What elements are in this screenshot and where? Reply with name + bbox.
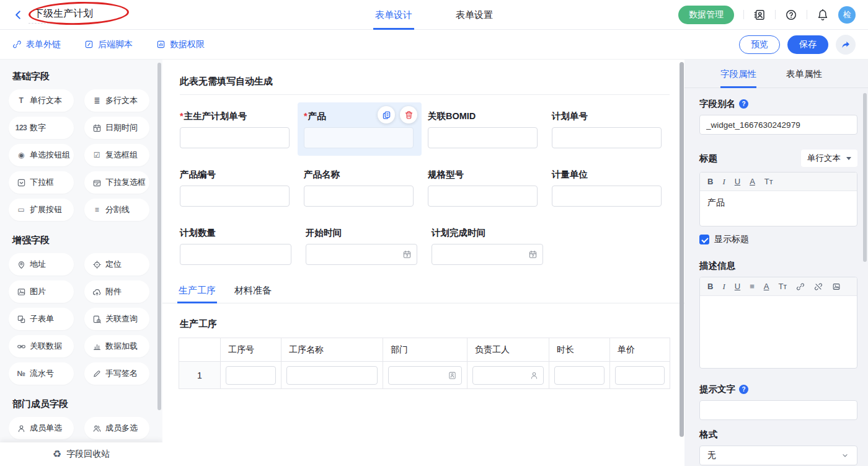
canvas-field[interactable]: 产品名称 bbox=[298, 161, 422, 214]
field-label: *主生产计划单号 bbox=[180, 110, 290, 122]
canvas-tab-material-preparation[interactable]: 材料准备 bbox=[234, 285, 272, 303]
field-item-extend-button[interactable]: ▭扩展按钮 bbox=[9, 199, 74, 221]
field-item-divider[interactable]: ≡分割线 bbox=[84, 199, 149, 221]
subtable-input[interactable] bbox=[226, 366, 276, 385]
field-input[interactable] bbox=[180, 127, 290, 148]
subtable-input[interactable] bbox=[554, 366, 604, 385]
toolbar-bold-button[interactable]: B bbox=[707, 177, 713, 186]
page-title[interactable]: 下级生产计划 bbox=[29, 6, 98, 24]
title-editor-content[interactable]: 产品 bbox=[700, 191, 857, 226]
field-item-checkbox[interactable]: ☑复选框组 bbox=[84, 144, 149, 166]
toolbar-font-size-button[interactable]: Tт bbox=[764, 177, 773, 186]
help-icon[interactable]: ? bbox=[739, 385, 748, 394]
toolbar-link-data-permission[interactable]: 数据权限 bbox=[156, 39, 205, 50]
help-button[interactable] bbox=[785, 9, 797, 21]
toolbar-font-color-button[interactable]: A bbox=[764, 282, 769, 291]
subtable-input[interactable] bbox=[615, 366, 665, 385]
canvas-scrollbar[interactable] bbox=[680, 62, 684, 437]
save-button[interactable]: 保存 bbox=[787, 35, 828, 54]
properties-tab-field-properties[interactable]: 字段属性 bbox=[720, 68, 756, 87]
notification-button[interactable] bbox=[817, 9, 829, 21]
field-input[interactable] bbox=[304, 186, 414, 207]
sidebar-scrollbar[interactable] bbox=[157, 63, 161, 410]
toolbar-font-size-button[interactable]: Tт bbox=[778, 282, 787, 291]
toolbar-italic-button[interactable]: I bbox=[722, 177, 725, 187]
toolbar-italic-button[interactable]: I bbox=[722, 282, 725, 292]
canvas-field[interactable]: 关联BOMID bbox=[422, 102, 546, 156]
caret-down-icon bbox=[846, 157, 851, 160]
show-title-checkbox[interactable] bbox=[699, 235, 709, 244]
field-input[interactable] bbox=[432, 244, 543, 265]
canvas-tab-production-process[interactable]: 生产工序 bbox=[179, 285, 216, 303]
field-item-number[interactable]: 123数字 bbox=[9, 117, 74, 139]
field-item-data-load[interactable]: 数据加载 bbox=[84, 335, 149, 357]
canvas-field[interactable]: 计划数量 bbox=[174, 219, 299, 272]
field-item-serial-number[interactable]: №流水号 bbox=[9, 362, 74, 385]
field-item-location[interactable]: 定位 bbox=[84, 253, 149, 276]
subbar-links: 表单外链后端脚本数据权限 bbox=[12, 39, 228, 50]
field-item-image[interactable]: 图片 bbox=[9, 280, 74, 303]
field-input[interactable] bbox=[304, 127, 414, 148]
delete-button[interactable] bbox=[400, 106, 417, 123]
toolbar-link-form-external-link[interactable]: 表单外链 bbox=[12, 39, 61, 50]
subtable-input[interactable] bbox=[286, 366, 378, 385]
field-item-calendar[interactable]: 日期时间 bbox=[84, 117, 149, 139]
description-editor-content[interactable] bbox=[700, 296, 857, 368]
canvas-field[interactable]: 规格型号 bbox=[422, 161, 546, 214]
field-alias-input[interactable] bbox=[699, 115, 857, 135]
header-tab-form-design[interactable]: 表单设计 bbox=[375, 0, 412, 30]
field-input[interactable] bbox=[552, 186, 662, 207]
field-item-multi-line-text[interactable]: ≣多行文本 bbox=[84, 89, 149, 112]
toolbar-unlink-button[interactable] bbox=[814, 282, 823, 291]
field-item-subform[interactable]: 子表单 bbox=[9, 308, 74, 330]
toolbar-link-button[interactable] bbox=[796, 282, 805, 291]
canvas-field[interactable]: *主生产计划单号 bbox=[174, 102, 298, 156]
canvas-field[interactable]: 计划完成时间 bbox=[425, 219, 551, 272]
field-item-single-line-text[interactable]: T单行文本 bbox=[9, 89, 74, 112]
preview-button[interactable]: 预览 bbox=[739, 35, 780, 54]
hint-input[interactable] bbox=[699, 400, 857, 420]
canvas-field[interactable]: 产品编号 bbox=[174, 161, 298, 214]
field-input[interactable] bbox=[552, 127, 662, 148]
field-item-member-multi[interactable]: 成员多选 bbox=[84, 417, 149, 439]
contacts-button[interactable] bbox=[753, 9, 766, 21]
properties-scrollbar[interactable] bbox=[863, 93, 867, 262]
field-input[interactable] bbox=[428, 127, 538, 148]
field-item-radio[interactable]: ◉单选按钮组 bbox=[9, 144, 74, 166]
canvas-field[interactable]: 计量单位 bbox=[546, 161, 670, 214]
toolbar-underline-button[interactable]: U bbox=[735, 282, 740, 291]
field-item-signature[interactable]: 手写签名 bbox=[84, 362, 149, 385]
field-item-address[interactable]: 地址 bbox=[9, 253, 74, 276]
field-item-select[interactable]: 下拉框 bbox=[9, 171, 74, 194]
share-button[interactable] bbox=[836, 35, 856, 55]
form-toolbar: 表单外链后端脚本数据权限 预览 保存 bbox=[0, 30, 868, 60]
toolbar-bold-button[interactable]: B bbox=[707, 282, 713, 291]
field-input[interactable] bbox=[428, 186, 538, 207]
toolbar-font-color-button[interactable]: A bbox=[750, 177, 755, 186]
help-icon[interactable]: ? bbox=[739, 99, 748, 109]
data-manage-button[interactable]: 数据管理 bbox=[678, 6, 734, 24]
toolbar-underline-button[interactable]: U bbox=[735, 177, 740, 186]
canvas-field[interactable]: 开始时间 bbox=[299, 219, 425, 272]
field-item-linked-data[interactable]: 关联数据 bbox=[9, 335, 74, 357]
toolbar-align-button[interactable]: ≡ bbox=[750, 282, 755, 291]
header-tab-form-settings[interactable]: 表单设置 bbox=[456, 0, 493, 30]
field-item-multi-select[interactable]: 下拉复选框 bbox=[84, 171, 149, 194]
field-item-attachment[interactable]: 附件 bbox=[84, 280, 149, 303]
field-recycle-bin[interactable]: ♻ 字段回收站 bbox=[0, 442, 162, 466]
toolbar-image-button[interactable] bbox=[832, 282, 841, 291]
canvas-field[interactable]: 计划单号 bbox=[546, 102, 670, 156]
field-type-select[interactable]: 单行文本 bbox=[801, 150, 857, 167]
avatar[interactable]: 检 bbox=[838, 6, 856, 24]
field-input[interactable] bbox=[306, 244, 417, 265]
copy-button[interactable] bbox=[378, 106, 395, 123]
field-input[interactable] bbox=[180, 244, 291, 265]
toolbar-link-backend-script[interactable]: 后端脚本 bbox=[84, 39, 133, 50]
properties-tab-form-properties[interactable]: 表单属性 bbox=[786, 68, 822, 87]
back-button[interactable] bbox=[12, 9, 24, 20]
field-input[interactable] bbox=[180, 186, 290, 207]
format-select[interactable]: 无 bbox=[699, 446, 857, 465]
field-item-member-single[interactable]: 成员单选 bbox=[9, 417, 74, 439]
canvas-field[interactable]: *产品 bbox=[298, 102, 422, 156]
field-item-linked-query[interactable]: 关联查询 bbox=[84, 308, 149, 330]
